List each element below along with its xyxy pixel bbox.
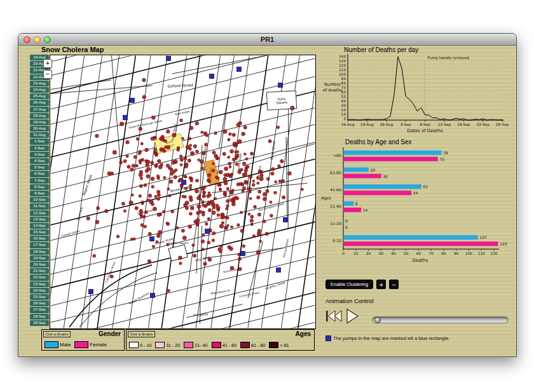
date-item[interactable]: 3-Sep — [30, 152, 49, 158]
svg-text:123: 123 — [500, 241, 507, 246]
svg-text:41-60: 41-60 — [330, 187, 341, 192]
date-item[interactable]: 10-Sep — [30, 197, 49, 203]
date-item[interactable]: 4-Sep — [30, 158, 49, 164]
date-item[interactable]: 21-Sep — [30, 268, 49, 274]
cluster-minus-button[interactable]: − — [389, 280, 399, 289]
svg-text:14: 14 — [363, 208, 368, 212]
maximize-window-button[interactable] — [44, 36, 51, 43]
svg-text:103: 103 — [339, 72, 346, 76]
date-item[interactable]: 8-Sep — [30, 184, 49, 190]
animation-slider[interactable] — [372, 316, 509, 323]
legend-swatch[interactable] — [212, 342, 221, 348]
svg-text:80: 80 — [441, 252, 446, 255]
date-item[interactable]: 27-Sep — [30, 307, 49, 313]
cholera-map[interactable]: WorkHouseBrewerySohoSquareOxford StreetN… — [50, 55, 316, 329]
date-item[interactable]: 16-Sep — [30, 236, 49, 241]
date-item[interactable]: 2-Sep — [30, 145, 49, 151]
svg-text:23: 23 — [341, 108, 346, 112]
svg-text:13: 13 — [341, 112, 346, 116]
legend-item[interactable]: 0 - 10 — [129, 342, 151, 348]
svg-text:24-Aug: 24-Aug — [360, 123, 374, 127]
svg-text:60: 60 — [416, 252, 421, 255]
svg-text:0: 0 — [345, 219, 348, 223]
legend-swatch[interactable] — [155, 342, 165, 348]
gender-enable-toggle[interactable]: Click to Enable — [43, 331, 71, 337]
svg-text:61-80: 61-80 — [330, 170, 341, 175]
svg-text:11-20: 11-20 — [330, 221, 341, 226]
date-item[interactable]: 23-Sep — [30, 281, 49, 287]
animation-buttons — [324, 308, 362, 325]
pump-note-text: The pumps in the map are marked wit a bl… — [333, 335, 449, 341]
date-item[interactable]: 11-Sep — [30, 203, 49, 209]
legend-item[interactable]: > 81 — [269, 342, 289, 348]
date-item[interactable]: 25-Sep — [30, 294, 49, 300]
date-item[interactable]: 12-Sep — [30, 210, 49, 216]
animation-slider-thumb[interactable] — [374, 317, 381, 323]
date-item[interactable]: 1-Sep — [30, 139, 49, 144]
close-window-button[interactable] — [24, 36, 31, 43]
date-item[interactable]: 29-Aug — [30, 119, 49, 125]
zoom-out-button[interactable]: − — [43, 70, 52, 79]
ages-enable-toggle[interactable]: Click to Enable — [128, 331, 155, 337]
window-titlebar[interactable]: PR1 — [18, 34, 516, 46]
zoom-in-button[interactable]: + — [43, 59, 52, 68]
legend-item[interactable]: 21- 40 — [184, 342, 207, 348]
legend-swatch[interactable] — [184, 342, 193, 348]
legend-swatch[interactable] — [74, 341, 88, 348]
date-item[interactable]: 22-Sep — [30, 274, 49, 280]
legend-label: > 81 — [280, 342, 289, 348]
svg-text:78: 78 — [443, 151, 448, 155]
legend-item[interactable]: 41 - 60 — [212, 342, 236, 348]
svg-text:8: 8 — [355, 201, 358, 206]
legend-label: Male — [60, 342, 71, 348]
date-item[interactable]: 23-Aug — [30, 81, 49, 86]
date-item[interactable]: 6-Sep — [30, 171, 49, 177]
pump-note: The pumps in the map are marked wit a bl… — [325, 335, 449, 341]
date-item[interactable]: 29-Sep — [30, 320, 49, 326]
date-item[interactable]: 30-Aug — [30, 126, 49, 132]
clustering-controls: Enable Clustering + − — [325, 280, 399, 289]
date-item[interactable]: 14-Sep — [30, 223, 49, 229]
legend-item[interactable]: Female — [74, 341, 107, 348]
date-item[interactable]: 28-Aug — [30, 113, 49, 119]
minimize-window-button[interactable] — [34, 36, 41, 43]
date-item[interactable]: 26-Aug — [30, 100, 49, 105]
skip-to-start-button[interactable] — [326, 311, 341, 321]
svg-text:113: 113 — [339, 68, 346, 72]
svg-text:18-Sep: 18-Sep — [457, 123, 470, 127]
enable-clustering-button[interactable]: Enable Clustering — [325, 280, 373, 289]
legend-item[interactable]: 11 - 20 — [155, 342, 180, 348]
svg-text:Dates of Deaths: Dates of Deaths — [407, 128, 443, 133]
legend-item[interactable]: Male — [44, 341, 71, 348]
svg-text:19-Aug: 19-Aug — [341, 123, 355, 127]
legend-swatch[interactable] — [44, 341, 58, 348]
date-item[interactable]: 27-Aug — [30, 107, 49, 112]
date-item[interactable]: 17-Sep — [30, 242, 49, 248]
date-item[interactable]: 26-Sep — [30, 301, 49, 306]
legend-item[interactable]: 61 - 80 — [240, 342, 265, 348]
date-item[interactable]: 20-Sep — [30, 262, 49, 267]
svg-text:21-40: 21-40 — [330, 204, 341, 208]
date-item[interactable]: 28-Sep — [30, 314, 49, 320]
date-item[interactable]: 18-Sep — [30, 249, 49, 255]
date-item[interactable]: 15-Sep — [30, 229, 49, 235]
svg-text:0-10: 0-10 — [332, 238, 341, 243]
date-item[interactable]: 19-Sep — [30, 255, 49, 261]
date-item[interactable]: 24-Sep — [30, 288, 49, 294]
svg-text:13-Sep: 13-Sep — [438, 123, 451, 127]
date-item[interactable]: 25-Aug — [30, 93, 49, 99]
play-button[interactable] — [347, 309, 358, 323]
date-item[interactable]: 24-Aug — [30, 87, 49, 93]
cluster-plus-button[interactable]: + — [376, 280, 386, 289]
date-item[interactable]: 9-Sep — [30, 191, 49, 196]
svg-text:62: 62 — [423, 184, 428, 189]
date-item[interactable]: 31-Aug — [30, 132, 49, 138]
svg-text:Pump handle removed: Pump handle removed — [428, 56, 470, 60]
date-item[interactable]: 5-Sep — [30, 165, 49, 170]
date-item[interactable]: 7-Sep — [30, 178, 49, 184]
legend-swatch[interactable] — [269, 342, 278, 348]
legend-swatch[interactable] — [240, 342, 250, 348]
svg-text:29-Aug: 29-Aug — [380, 123, 393, 127]
date-item[interactable]: 13-Sep — [30, 217, 49, 222]
legend-swatch[interactable] — [129, 342, 139, 348]
